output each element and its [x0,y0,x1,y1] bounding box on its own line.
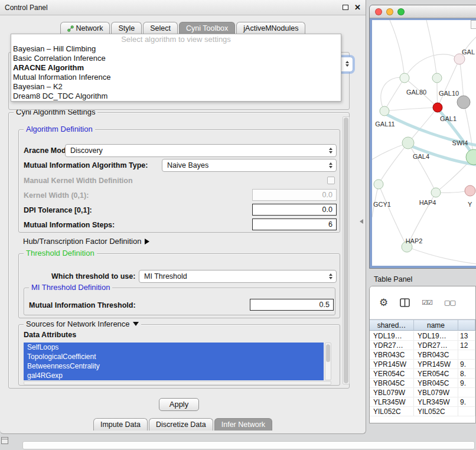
column-header-shared-name[interactable]: shared… [370,320,414,330]
list-item-selected[interactable]: gal4RGexp [24,371,324,380]
tab-jactivemnodules[interactable]: jActiveMNodules [236,22,305,34]
graph-node-gray[interactable] [457,96,470,109]
close-traffic-light-icon[interactable] [375,8,382,15]
attribute-list: SelfLoops TopologicalCoefficient Between… [24,343,324,380]
list-item-selected[interactable]: SelfLoops [24,343,324,352]
tab-network[interactable]: Network [60,22,110,34]
graph-node[interactable] [432,73,442,83]
attribute-list-hscrollbar[interactable] [24,381,331,385]
list-item-selected[interactable]: BetweennessCentrality [24,361,324,371]
list-item-selected[interactable]: TopologicalCoefficient [24,352,324,361]
control-panel-titlebar: Control Panel ✕ [0,0,366,15]
chevron-right-icon [145,239,149,244]
menu-item-mutual-information[interactable]: Mutual Information Inference [11,73,341,82]
tab-discretize-data[interactable]: Discretize Data [149,418,213,431]
menu-item-dream8[interactable]: Dream8 DC_TDC Algorithm [11,92,341,101]
dpi-tolerance-input[interactable]: 0.0 [252,204,337,216]
column-header-extra[interactable] [458,320,475,330]
menu-item-basic-correlation[interactable]: Basic Correlation Inference [11,54,341,63]
table-row[interactable]: YPR145W YPR145W 9. [370,360,475,369]
table-row[interactable]: YLR345W YLR345W 9. [370,397,475,407]
table-row[interactable]: YDL19… YDL19… 13 [370,331,475,341]
tab-infer-network[interactable]: Infer Network [214,418,272,431]
aracne-mode-select[interactable]: Discovery [65,144,337,157]
stepper-icon [329,148,332,154]
node-label: GCY1 [373,201,391,208]
node-labels: GAL GAL80 GAL10 GAL11 GAL1 SWI4 GAL4 GCY… [373,48,475,244]
network-icon [67,25,74,32]
chevron-down-icon [133,322,139,326]
splitpane-collapse-arrow[interactable] [360,219,363,224]
node-label: SWI4 [452,139,468,146]
table-row[interactable]: YBR045C YBR045C 9. [370,379,475,388]
tab-select[interactable]: Select [143,22,178,34]
node-label: GAL [462,48,475,56]
which-threshold-select[interactable]: MI Threshold [139,270,337,283]
combo-value: MI Threshold [144,272,187,281]
zoom-traffic-light-icon[interactable] [397,8,405,15]
tab-label: Infer Network [221,420,265,429]
mi-algorithm-type-select[interactable]: Naive Bayes [162,159,337,172]
bottom-tabs: Impute Data Discretize Data Infer Networ… [0,418,366,431]
deselect-all-checks-icon[interactable]: ▢▢ [444,299,455,306]
cell-shared-name: YLR345W [370,397,414,406]
horizontal-scrollbar[interactable] [22,441,475,449]
tab-cyni-toolbox[interactable]: Cyni Toolbox [179,22,235,34]
tab-style[interactable]: Style [111,22,142,34]
gear-icon[interactable]: ⚙ [379,298,388,308]
tab-label: Select [150,24,171,32]
tab-impute-data[interactable]: Impute Data [93,418,148,431]
table-row[interactable]: YBL079W YBL079W [370,388,475,397]
tab-label: jActiveMNodules [243,24,298,32]
table-row[interactable]: YBR043C YBR043C [370,350,475,360]
column-header-name[interactable]: name [414,320,458,330]
mi-threshold-input[interactable]: 0.5 [250,299,334,311]
graph-node[interactable] [431,188,441,197]
select-all-checks-icon[interactable]: ☑☑ [422,299,432,306]
group-title: MI Threshold Definition [29,283,112,292]
manual-kernel-width-label: Manual Kernel Width Definition [24,177,133,185]
combo-value: Discovery [70,146,103,155]
hub-definition-toggle[interactable]: Hub/Transcription Factor Definition [23,237,149,246]
graph-node-pink[interactable] [465,185,475,196]
graph-node[interactable] [402,137,414,149]
graph-node[interactable] [400,73,409,83]
network-canvas[interactable]: GAL GAL80 GAL10 GAL11 GAL1 SWI4 GAL4 GCY… [372,20,476,266]
table-row[interactable]: YER054C YER054C 8. [370,369,475,379]
cell-value: 9. [458,397,475,406]
node-label: GAL1 [440,115,457,122]
cell-value [458,388,475,397]
node-label: HAP2 [406,237,423,244]
close-icon[interactable]: ✕ [354,4,361,11]
graph-node-red[interactable] [433,103,442,112]
apply-button[interactable]: Apply [159,398,199,411]
combo-value: Naive Bayes [167,161,208,169]
menu-item-bayesian-hill-climbing[interactable]: Bayesian – Hill Climbing [11,44,341,54]
network-graph: GAL GAL80 GAL10 GAL11 GAL1 SWI4 GAL4 GCY… [372,20,476,266]
cell-value: 8. [458,369,475,378]
cell-value: 9. [458,360,475,369]
columns-icon[interactable] [400,298,410,307]
algorithm-dropdown: Select algorithm to view settings Bayesi… [11,34,341,102]
menu-item-bayesian-k2[interactable]: Bayesian – K2 [11,82,341,92]
sources-toggle[interactable]: Sources for Network Inference [24,319,141,329]
table-row[interactable]: YDR27… YDR27… 12 [370,341,475,350]
network-view-window: GAL GAL80 GAL10 GAL11 GAL1 SWI4 GAL4 GCY… [369,5,476,269]
minimize-traffic-light-icon[interactable] [386,8,393,15]
canvas-scroll-button[interactable] [471,20,476,29]
graph-node[interactable] [374,180,383,189]
menu-item-aracne[interactable]: ARACNE Algorithm [11,63,341,73]
mi-steps-input[interactable]: 6 [252,219,337,230]
kernel-width-input: 0.0 [252,189,337,201]
control-panel-window: Control Panel ✕ Network Style Select [0,0,366,434]
tab-label: Network [76,24,103,32]
settings-scrollbar[interactable] [343,116,350,384]
group-title: Threshold Definition [24,249,97,258]
restore-panel-icon[interactable] [1,437,8,444]
mi-algorithm-type-label: Mutual Information Algorithm Type: [24,161,148,169]
graph-node[interactable] [380,106,389,116]
cell-value: 9. [458,379,475,387]
table-row[interactable]: YIL052C YIL052C [370,407,475,416]
attribute-list-scrollbar[interactable] [325,343,331,380]
float-window-icon[interactable] [343,5,348,10]
